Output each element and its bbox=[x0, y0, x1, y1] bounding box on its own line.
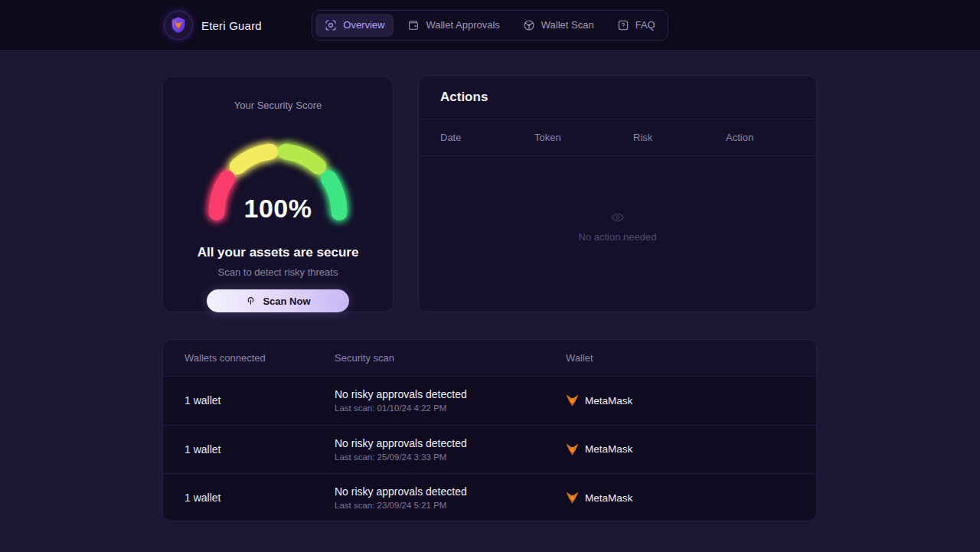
gauge-segment-yellow bbox=[237, 152, 270, 166]
wallet-cell: MetaMask bbox=[566, 443, 795, 456]
main-nav: Overview Wallet Approvals Wallet Scan bbox=[312, 10, 668, 41]
security-score-card: Your Security Score 100% All your assets… bbox=[162, 77, 394, 312]
metamask-fox-icon bbox=[566, 443, 579, 456]
nav-item-wallet-scan[interactable]: Wallet Scan bbox=[514, 14, 603, 37]
scan-cell: No risky approvals detected Last scan: 2… bbox=[335, 485, 566, 510]
wallet-name: MetaMask bbox=[585, 443, 632, 455]
wallet-icon bbox=[407, 19, 420, 31]
wallet-name: MetaMask bbox=[585, 395, 632, 407]
actions-header: Actions bbox=[419, 76, 816, 119]
scan-status: No risky approvals detected bbox=[335, 437, 566, 449]
gauge-segment-lime bbox=[286, 152, 318, 166]
scan-now-button[interactable]: Scan Now bbox=[207, 289, 349, 312]
top-bar: Eteri Guard Overview Wallet Approvals bbox=[0, 0, 980, 51]
broadcast-icon bbox=[245, 296, 256, 307]
radar-wheel-icon bbox=[523, 19, 535, 31]
column-date: Date bbox=[440, 132, 534, 143]
column-security-scan: Security scan bbox=[335, 352, 566, 364]
eteri-guard-logo-icon bbox=[164, 11, 193, 40]
security-score-value: 100% bbox=[194, 194, 362, 224]
brand-name: Eteri Guard bbox=[201, 19, 262, 32]
eye-icon bbox=[611, 211, 625, 224]
nav-item-overview[interactable]: Overview bbox=[315, 14, 394, 37]
nav-label: Overview bbox=[343, 19, 384, 31]
table-row[interactable]: 1 wallet No risky approvals detected Las… bbox=[163, 473, 816, 521]
table-row[interactable]: 1 wallet No risky approvals detected Las… bbox=[163, 376, 816, 425]
table-row[interactable]: 1 wallet No risky approvals detected Las… bbox=[163, 425, 816, 474]
empty-state-text: No action needed bbox=[579, 231, 657, 243]
security-score-headline: All your assets are secure bbox=[163, 245, 393, 260]
column-risk: Risk bbox=[633, 132, 726, 143]
actions-empty-state: No action needed bbox=[419, 149, 816, 304]
nav-item-wallet-approvals[interactable]: Wallet Approvals bbox=[398, 14, 508, 37]
scan-cell: No risky approvals detected Last scan: 0… bbox=[335, 388, 566, 413]
wallets-count: 1 wallet bbox=[185, 394, 335, 407]
security-score-title: Your Security Score bbox=[163, 100, 393, 111]
wallets-table-headers: Wallets connected Security scan Wallet bbox=[163, 340, 816, 376]
metamask-fox-icon bbox=[566, 394, 579, 407]
nav-label: Wallet Scan bbox=[541, 19, 594, 31]
column-wallets-connected: Wallets connected bbox=[185, 352, 335, 364]
wallets-count: 1 wallet bbox=[185, 492, 335, 504]
brand: Eteri Guard bbox=[164, 0, 262, 51]
scan-status: No risky approvals detected bbox=[335, 485, 566, 498]
column-action: Action bbox=[726, 132, 795, 143]
nav-item-faq[interactable]: FAQ bbox=[608, 14, 665, 37]
column-wallet: Wallet bbox=[566, 352, 795, 364]
nav-label: FAQ bbox=[635, 19, 655, 31]
focus-scan-icon bbox=[325, 19, 337, 31]
nav-label: Wallet Approvals bbox=[426, 19, 499, 31]
last-scan-timestamp: Last scan: 25/09/24 3:33 PM bbox=[335, 452, 566, 462]
actions-title: Actions bbox=[440, 90, 488, 105]
last-scan-timestamp: Last scan: 23/09/24 5:21 PM bbox=[335, 501, 566, 510]
security-score-subtext: Scan to detect risky threats bbox=[163, 266, 393, 278]
wallet-cell: MetaMask bbox=[566, 492, 795, 504]
question-square-icon bbox=[617, 19, 629, 31]
wallets-count: 1 wallet bbox=[185, 443, 335, 456]
last-scan-timestamp: Last scan: 01/10/24 4:22 PM bbox=[335, 403, 566, 413]
metamask-fox-icon bbox=[566, 492, 579, 504]
scan-cell: No risky approvals detected Last scan: 2… bbox=[335, 437, 566, 462]
actions-card: Actions Date Token Risk Action No action… bbox=[418, 75, 817, 312]
scan-now-label: Scan Now bbox=[263, 296, 310, 307]
scan-status: No risky approvals detected bbox=[335, 388, 566, 400]
wallet-cell: MetaMask bbox=[566, 394, 795, 407]
column-token: Token bbox=[534, 132, 633, 143]
wallets-table-card: Wallets connected Security scan Wallet 1… bbox=[162, 339, 817, 521]
wallet-name: MetaMask bbox=[585, 492, 632, 504]
security-score-gauge: 100% bbox=[194, 125, 362, 228]
